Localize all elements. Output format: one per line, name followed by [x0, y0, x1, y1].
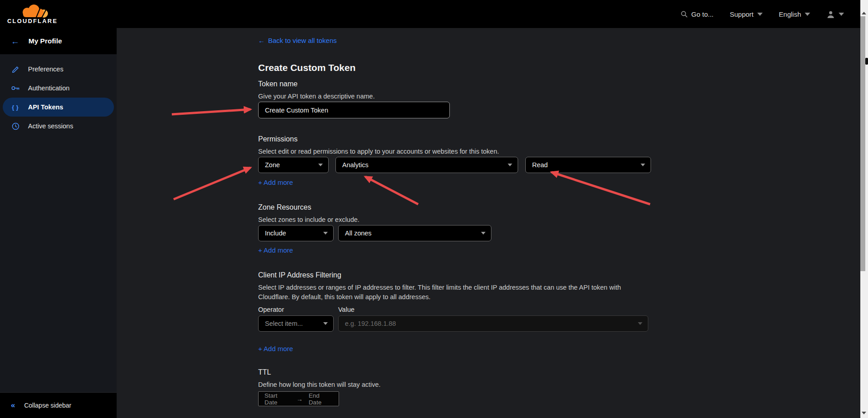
permission-scope-select[interactable]: Zone — [258, 157, 329, 173]
chevron-down-icon — [323, 322, 328, 325]
zone-include-value: Include — [265, 230, 286, 237]
language-menu[interactable]: English — [779, 10, 810, 18]
sidebar-title: My Profile — [28, 37, 62, 45]
back-to-tokens-link[interactable]: ← Back to view all tokens — [258, 37, 337, 45]
back-link-label: Back to view all tokens — [268, 37, 337, 45]
zone-scope-value: All zones — [345, 230, 372, 237]
account-menu[interactable] — [826, 10, 844, 19]
scroll-down-arrow[interactable] — [862, 412, 866, 414]
goto-search[interactable]: Go to... — [681, 10, 713, 18]
operator-label: Operator — [258, 305, 338, 314]
ip-value-placeholder: e.g. 192.168.1.88 — [345, 320, 396, 327]
back-arrow-icon: ← — [258, 37, 265, 45]
scrollbar-thumb[interactable] — [860, 16, 865, 271]
permissions-add-more-link[interactable]: + Add more — [258, 178, 293, 187]
clock-icon — [11, 122, 20, 130]
topbar-menu: Go to... Support English — [681, 10, 844, 19]
client-ip-label: Client IP Address Filtering — [258, 271, 660, 279]
double-chevron-left-icon: « — [11, 401, 15, 410]
chevron-down-icon — [805, 13, 810, 16]
collapse-sidebar-button[interactable]: « Collapse sidebar — [0, 392, 117, 418]
permissions-description: Select edit or read permissions to apply… — [258, 147, 656, 155]
user-icon — [826, 10, 835, 19]
client-ip-description: Select IP addresses or ranges of IP addr… — [258, 283, 652, 302]
chevron-down-icon — [508, 164, 512, 166]
sidebar-item-api-tokens[interactable]: { } API Tokens — [3, 98, 114, 117]
chevron-down-icon — [323, 232, 328, 235]
collapse-sidebar-label: Collapse sidebar — [24, 402, 71, 409]
ttl-description: Define how long this token will stay act… — [258, 380, 656, 389]
client-ip-row: Select item... e.g. 192.168.1.88 — [258, 315, 660, 332]
scrollbar-notch — [865, 58, 868, 65]
chevron-down-icon — [757, 13, 763, 16]
sidebar-item-preferences[interactable]: Preferences — [3, 60, 114, 79]
support-menu[interactable]: Support — [730, 10, 763, 18]
main-content: ← Back to view all tokens Create Custom … — [117, 28, 860, 418]
sidebar-item-authentication[interactable]: Authentication — [3, 79, 114, 98]
client-ip-field-labels: Operator Value — [258, 305, 660, 314]
scroll-up-arrow[interactable] — [862, 12, 866, 14]
zone-resources-description: Select zones to include or exclude. — [258, 216, 656, 224]
sidebar-item-label: Preferences — [28, 66, 63, 73]
zone-scope-select[interactable]: All zones — [338, 225, 491, 241]
page-title: Create Custom Token — [258, 62, 660, 73]
permission-group-value: Analytics — [342, 161, 368, 169]
start-date-placeholder: Start Date — [264, 392, 291, 406]
braces-icon: { } — [11, 104, 20, 111]
operator-select[interactable]: Select item... — [258, 315, 334, 332]
chevron-down-icon — [641, 164, 645, 166]
permissions-row: Zone Analytics Read — [258, 157, 660, 173]
zone-resources-label: Zone Resources — [258, 203, 660, 211]
language-label: English — [779, 10, 801, 18]
permission-group-select[interactable]: Analytics — [335, 157, 518, 173]
sidebar-item-label: Authentication — [28, 85, 70, 92]
cloudflare-cloud-icon — [19, 4, 49, 19]
zone-resources-add-more-link[interactable]: + Add more — [258, 246, 293, 254]
arrow-right-icon: → — [297, 395, 303, 403]
sidebar-nav: Preferences Authentication { } API Token… — [0, 54, 117, 136]
top-bar: CLOUDFLARE Go to... Support English — [0, 0, 868, 28]
permission-scope-value: Zone — [265, 161, 280, 169]
back-arrow-icon[interactable]: ← — [11, 37, 19, 46]
client-ip-add-more-link[interactable]: + Add more — [258, 345, 293, 353]
token-name-label: Token name — [258, 80, 660, 88]
sidebar-item-active-sessions[interactable]: Active sessions — [3, 117, 114, 136]
key-icon — [11, 85, 20, 91]
chevron-down-icon — [638, 322, 642, 325]
permissions-label: Permissions — [258, 135, 660, 143]
search-icon — [681, 11, 688, 18]
sidebar: ← My Profile Preferences Authentication … — [0, 28, 117, 418]
vertical-scrollbar[interactable] — [860, 0, 868, 418]
permission-access-value: Read — [532, 161, 548, 169]
chevron-down-icon — [318, 164, 323, 166]
sidebar-header: ← My Profile — [0, 28, 117, 54]
value-label: Value — [338, 305, 354, 314]
ttl-label: TTL — [258, 368, 660, 376]
zone-include-select[interactable]: Include — [258, 225, 334, 241]
goto-label: Go to... — [691, 10, 713, 18]
sidebar-item-label: API Tokens — [28, 103, 63, 111]
chevron-down-icon — [839, 13, 844, 16]
chevron-down-icon — [481, 232, 486, 235]
permission-access-select[interactable]: Read — [525, 157, 651, 173]
sidebar-item-label: Active sessions — [28, 122, 73, 130]
ip-value-combobox[interactable]: e.g. 192.168.1.88 — [338, 315, 648, 332]
token-name-description: Give your API token a descriptive name. — [258, 92, 656, 100]
brand-wordmark: CLOUDFLARE — [7, 18, 58, 24]
ttl-date-range-input[interactable]: Start Date → End Date — [258, 391, 339, 406]
zone-resources-row: Include All zones — [258, 225, 660, 241]
support-label: Support — [730, 10, 754, 18]
token-name-input[interactable] — [258, 102, 450, 118]
end-date-placeholder: End Date — [309, 392, 333, 406]
pencil-icon — [11, 66, 20, 73]
operator-placeholder: Select item... — [265, 320, 303, 327]
cloudflare-logo[interactable]: CLOUDFLARE — [7, 4, 61, 24]
